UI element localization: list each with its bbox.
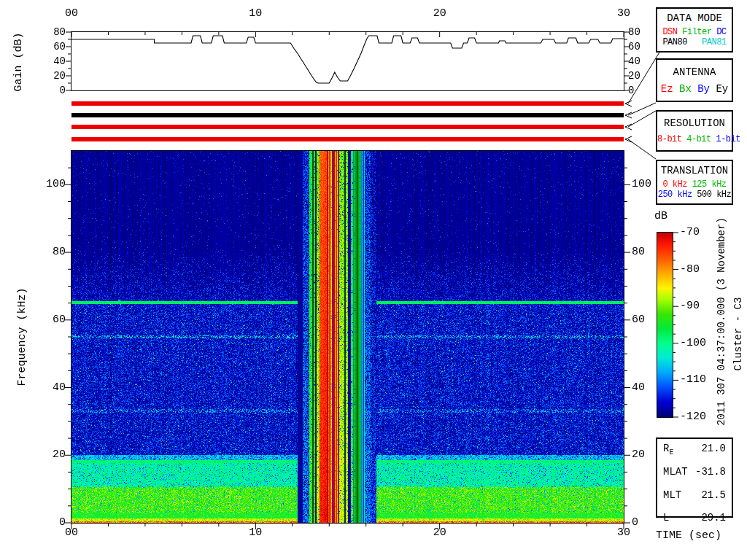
ephemeris-value: 21.0 [701, 439, 726, 462]
ephemeris-row-re: RE 21.0 [657, 439, 732, 462]
freq-ytick-label-right: 100 [632, 179, 664, 190]
antenna-values: Ez Bx By Ey [657, 84, 732, 94]
ephemeris-row-l: L 29.1 [657, 508, 732, 532]
data-mode-bar [71, 101, 624, 106]
colorbar-tick-label: -80 [680, 264, 713, 276]
frequency-axis-title: Frequency (kHz) [16, 287, 28, 386]
gain-ytick-label: 80 [38, 26, 66, 38]
ephemeris-label: RE [663, 439, 673, 462]
translation-box: TRANSLATION 0 kHz 125 kHz250 kHz 500 kHz [656, 160, 733, 205]
antenna-bar [71, 113, 624, 117]
gain-ytick-label-right: 40 [628, 55, 656, 67]
freq-ytick-label-right: 80 [632, 246, 664, 258]
colorbar-tick-label: -90 [680, 300, 713, 312]
ephemeris-box: RE 21.0 MLAT -31.8 MLT 21.5 L 29.1 [656, 438, 733, 518]
antenna-title: ANTENNA [657, 66, 732, 78]
freq-ytick-label: 40 [34, 382, 66, 394]
gain-ytick-label: 20 [38, 70, 66, 82]
data-mode-box: DATA MODE DSN Filter DCPAN80 PAN81 [656, 7, 733, 52]
freq-ytick-label-right: 40 [632, 382, 664, 394]
freq-ytick-label: 20 [34, 449, 66, 461]
freq-ytick-label-right: 60 [632, 314, 664, 326]
gain-ytick-label-right: 0 [628, 85, 656, 96]
antenna-box: ANTENNA Ez Bx By Ey [656, 58, 733, 102]
time-xtick-label: 10 [239, 527, 271, 539]
translation-bar [71, 137, 624, 141]
datetime-label: 2011 307 04:37:00.000 (3 November) [716, 217, 727, 426]
colorbar-tick-label: -120 [680, 411, 713, 423]
gain-xtick-label: 10 [239, 8, 271, 20]
translation-title: TRANSLATION [657, 165, 732, 176]
colorbar-tick-label: -110 [680, 374, 713, 386]
colorbar-title: dB [654, 210, 667, 222]
spectrogram-heatmap [71, 151, 624, 523]
gain-ytick-label: 60 [38, 41, 66, 52]
ephemeris-label: MLAT [663, 462, 688, 486]
box-connector-arrows [625, 51, 660, 159]
ephemeris-value: 21.5 [701, 486, 726, 509]
gain-xtick-label: 20 [424, 8, 456, 20]
ephemeris-value: 29.1 [701, 508, 726, 532]
spacecraft-label: Cluster - C3 [732, 298, 744, 371]
wbd-spectrogram-page: Gain (dB) Frequency (kHz) 2011 307 04:37… [0, 0, 747, 560]
gain-xtick-label: 00 [55, 8, 88, 20]
freq-ytick-label: 80 [34, 246, 66, 258]
ephemeris-row-mlt: MLT 21.5 [657, 486, 732, 509]
gain-ytick-label: 0 [38, 85, 66, 96]
data-mode-title: DATA MODE [657, 12, 732, 24]
resolution-title: RESOLUTION [657, 117, 732, 129]
translation-values: 0 kHz 125 kHz250 kHz 500 kHz [657, 179, 732, 200]
resolution-box: RESOLUTION 8-bit 4-bit 1-bit [656, 110, 733, 152]
gain-ytick-label: 40 [38, 55, 66, 67]
time-xtick-label: 00 [55, 527, 88, 539]
colorbar-tick-label: -70 [680, 227, 713, 238]
freq-ytick-label: 60 [34, 314, 66, 326]
colorbar-tick-label: -100 [680, 338, 713, 349]
freq-ytick-label: 100 [34, 179, 66, 190]
gain-xtick-label: 30 [608, 8, 640, 20]
resolution-values: 8-bit 4-bit 1-bit [657, 134, 732, 144]
resolution-bar [71, 125, 624, 129]
time-xtick-label: 20 [424, 527, 456, 539]
gain-ytick-label-right: 20 [628, 70, 656, 82]
gain-axis-title: Gain (dB) [12, 32, 25, 91]
gain-ytick-label-right: 80 [628, 26, 656, 38]
data-mode-values: DSN Filter DCPAN80 PAN81 [657, 27, 732, 47]
time-xtick-label: 30 [608, 527, 640, 539]
ephemeris-value: -31.8 [695, 462, 726, 486]
ephemeris-row-mlat: MLAT -31.8 [657, 462, 732, 486]
ephemeris-label: MLT [663, 486, 681, 509]
freq-ytick-label-right: 20 [632, 449, 664, 461]
gain-ytick-label-right: 60 [628, 41, 656, 52]
ephemeris-label: L [663, 508, 669, 532]
